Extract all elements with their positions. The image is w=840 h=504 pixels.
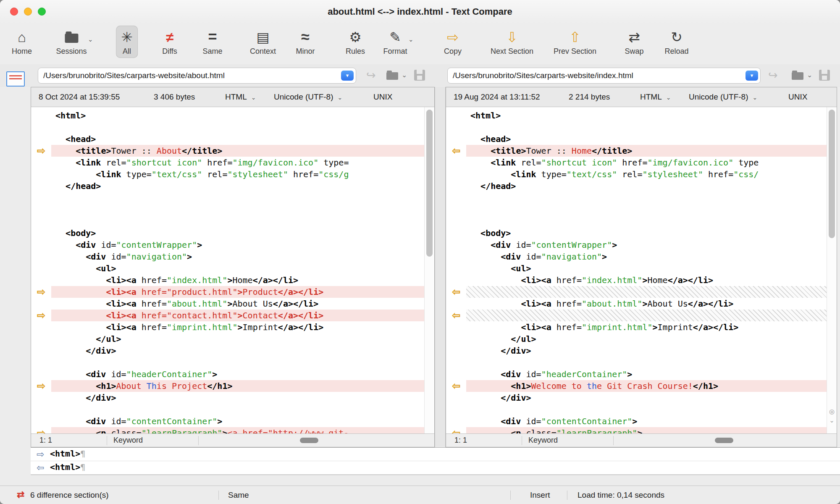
chevron-down-icon[interactable]: ⌄ xyxy=(402,71,407,79)
left-open-folder-button[interactable] xyxy=(386,72,398,80)
left-encoding-dropdown[interactable]: Unicode (UTF-8)⌄ xyxy=(274,92,342,102)
merge-arrow-left-icon[interactable]: ⇦ xyxy=(452,427,460,433)
right-path-input[interactable]: /Users/brunobrito/Sites/carparts-website… xyxy=(447,68,761,84)
code-line[interactable]: <body> xyxy=(466,227,827,239)
code-line[interactable] xyxy=(51,404,424,415)
missing-line-placeholder[interactable] xyxy=(466,286,827,298)
left-reveal-button[interactable]: ↪ xyxy=(366,69,376,81)
code-line[interactable]: <link type="text/css" rel="stylesheet" h… xyxy=(466,168,827,180)
code-line[interactable] xyxy=(466,404,827,415)
left-code-editor[interactable]: <html> <head> <title>Tower :: About</tit… xyxy=(51,107,424,433)
code-line[interactable]: <div id="contentWrapper"> xyxy=(466,239,827,251)
code-line[interactable]: </div> xyxy=(466,345,827,357)
toolbar-item-context[interactable]: ▤Context xyxy=(245,26,281,58)
toolbar-item-swap[interactable]: ⇄Swap xyxy=(620,26,648,58)
merge-arrow-right-icon[interactable]: ⇨ xyxy=(37,145,45,156)
code-line[interactable]: <div id="navigation"> xyxy=(466,251,827,262)
toolbar-item-copy[interactable]: ⇨Copy xyxy=(439,26,467,58)
right-path-dropdown-button[interactable]: ▾ xyxy=(746,71,758,81)
code-line[interactable] xyxy=(466,204,827,215)
left-format-dropdown[interactable]: HTML⌄ xyxy=(225,92,256,102)
merge-arrow-left-icon[interactable]: ⇦ xyxy=(452,145,460,156)
chevron-down-icon[interactable]: ⌄ xyxy=(807,71,812,79)
code-line[interactable]: <li><a href="index.html">Home</a></li> xyxy=(466,274,827,286)
code-line[interactable] xyxy=(51,192,424,204)
left-path-input[interactable]: /Users/brunobrito/Sites/carparts-website… xyxy=(38,68,356,84)
merge-arrow-left-icon[interactable]: ⇦ xyxy=(452,310,460,321)
minimize-button[interactable] xyxy=(24,8,32,16)
merge-arrow-right-icon[interactable]: ⇨ xyxy=(37,310,45,321)
toolbar-item-all[interactable]: ✳All xyxy=(116,26,138,58)
scrollbar-thumb[interactable] xyxy=(426,110,433,257)
code-line[interactable]: <h1>About This Project</h1> xyxy=(51,380,424,392)
left-path-dropdown-button[interactable]: ▾ xyxy=(341,71,354,81)
right-reveal-button[interactable]: ↪ xyxy=(768,69,778,81)
toolbar-item-prev-section[interactable]: ⇧Prev Section xyxy=(549,26,601,58)
code-line[interactable]: <div id="contentContainer"> xyxy=(51,415,424,427)
code-line[interactable] xyxy=(466,121,827,133)
right-encoding-dropdown[interactable]: Unicode (UTF-8)⌄ xyxy=(689,92,757,102)
code-line[interactable]: <p class="learnParagraph"><a href="http:… xyxy=(51,427,424,433)
toolbar-item-diffs[interactable]: ≠Diffs xyxy=(157,26,182,58)
code-line[interactable] xyxy=(466,192,827,204)
code-line[interactable]: <body> xyxy=(51,227,424,239)
code-line[interactable]: </div> xyxy=(51,392,424,404)
toolbar-item-reload[interactable]: ↻Reload xyxy=(659,26,693,58)
code-line[interactable]: </div> xyxy=(466,392,827,404)
toolbar-item-rules[interactable]: ⚙Rules xyxy=(341,26,370,58)
code-line[interactable]: <link rel="shortcut icon" href="img/favi… xyxy=(51,157,424,168)
code-line[interactable]: <li><a href="about.html">About Us</a></l… xyxy=(466,298,827,310)
code-line[interactable]: </div> xyxy=(51,345,424,357)
right-format-dropdown[interactable]: HTML⌄ xyxy=(640,92,671,102)
toolbar-item-format[interactable]: ✎⌄Format xyxy=(378,26,412,58)
code-line[interactable]: <head> xyxy=(466,133,827,145)
code-line[interactable]: <link type="text/css" rel="stylesheet" h… xyxy=(51,168,424,180)
code-line[interactable]: <li><a href="index.html">Home</a></li> xyxy=(51,274,424,286)
horizontal-scrollbar-thumb[interactable] xyxy=(300,438,318,443)
code-line[interactable]: </head> xyxy=(51,180,424,192)
toolbar-item-minor[interactable]: ≈Minor xyxy=(291,26,320,58)
code-line[interactable]: <li><a href="about.html">About Us</a></l… xyxy=(51,298,424,310)
missing-line-placeholder[interactable] xyxy=(466,310,827,321)
close-button[interactable] xyxy=(10,8,18,16)
code-line[interactable]: <li><a href="imprint.html">Imprint</a></… xyxy=(466,321,827,333)
code-line[interactable]: <ul> xyxy=(466,262,827,274)
merge-arrow-left-icon[interactable]: ⇦ xyxy=(452,380,460,391)
right-vertical-scrollbar[interactable]: ◎ ⌄ xyxy=(827,107,837,433)
right-open-folder-button[interactable] xyxy=(792,72,803,80)
merge-arrow-right-icon[interactable]: ⇨ xyxy=(37,380,45,391)
code-line[interactable]: </head> xyxy=(466,180,827,192)
merge-arrow-right-icon[interactable]: ⇨ xyxy=(37,427,45,433)
toolbar-item-home[interactable]: ⌂Home xyxy=(7,26,37,58)
code-line[interactable]: <title>Tower :: About</title> xyxy=(51,145,424,157)
code-line[interactable]: <li><a href="contact.html">Contact</a></… xyxy=(51,310,424,321)
toolbar-item-next-section[interactable]: ⇩Next Section xyxy=(486,26,538,58)
horizontal-scrollbar-thumb[interactable] xyxy=(715,438,733,443)
code-line[interactable] xyxy=(51,215,424,227)
code-line[interactable]: <html> xyxy=(466,110,827,121)
code-line[interactable]: <link rel="shortcut icon" href="img/favi… xyxy=(466,157,827,168)
toolbar-item-same[interactable]: =Same xyxy=(197,26,227,58)
right-save-button[interactable] xyxy=(819,70,830,81)
overview-thumbnail[interactable] xyxy=(6,71,25,87)
code-line[interactable]: </ul> xyxy=(466,333,827,345)
code-line[interactable]: <head> xyxy=(51,133,424,145)
scroll-target-icon[interactable]: ◎ xyxy=(829,408,835,415)
code-line[interactable]: <ul> xyxy=(51,262,424,274)
code-line[interactable]: </ul> xyxy=(51,333,424,345)
code-line[interactable]: <div id="contentContainer"> xyxy=(466,415,827,427)
code-line[interactable]: <div id="contentWrapper"> xyxy=(51,239,424,251)
left-save-button[interactable] xyxy=(414,70,425,81)
code-line[interactable]: <title>Tower :: Home</title> xyxy=(466,145,827,157)
zoom-button[interactable] xyxy=(38,8,46,16)
scrollbar-thumb[interactable] xyxy=(829,110,835,238)
code-line[interactable]: <h1>Welcome to the Git Crash Course!</h1… xyxy=(466,380,827,392)
code-line[interactable]: <div id="headerContainer"> xyxy=(51,368,424,380)
code-line[interactable] xyxy=(51,204,424,215)
merge-arrow-left-icon[interactable]: ⇦ xyxy=(452,286,460,297)
code-line[interactable]: <li><a href="product.html">Product</a></… xyxy=(51,286,424,298)
code-line[interactable]: <div id="headerContainer"> xyxy=(466,368,827,380)
code-line[interactable] xyxy=(466,357,827,368)
toolbar-item-sessions[interactable]: ⌄Sessions xyxy=(51,26,92,58)
right-code-editor[interactable]: <html> <head> <title>Tower :: Home</titl… xyxy=(466,107,827,433)
